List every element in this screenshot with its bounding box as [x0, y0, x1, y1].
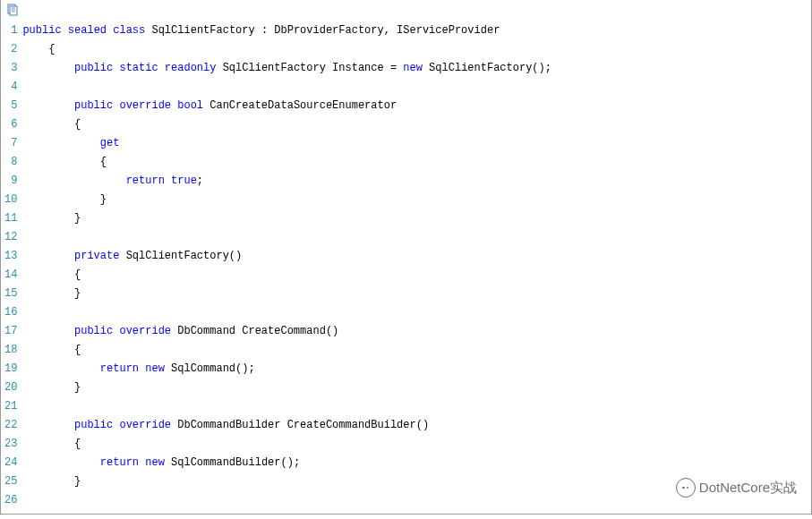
- code-line: {: [22, 40, 811, 59]
- copy-icon[interactable]: [6, 4, 19, 16]
- line-number: 26: [4, 491, 17, 510]
- code-line: public override bool CanCreateDataSource…: [22, 97, 811, 115]
- line-number: 9: [4, 172, 17, 191]
- code-line: [22, 228, 811, 247]
- code-line: private SqlClientFactory(): [22, 247, 811, 266]
- line-number: 12: [4, 228, 17, 247]
- line-number: 17: [4, 322, 17, 341]
- line-number: 19: [4, 360, 17, 379]
- code-viewer: 1234567891011121314151617181920212223242…: [0, 0, 812, 515]
- line-number: 16: [4, 303, 17, 322]
- line-number: 20: [4, 379, 17, 397]
- code-line: return new SqlCommandBuilder();: [22, 454, 811, 472]
- line-number: 22: [4, 416, 17, 435]
- code-line: [22, 303, 811, 322]
- line-number: 8: [4, 153, 17, 172]
- code-line: return true;: [22, 172, 811, 191]
- line-number: 14: [4, 266, 17, 285]
- line-number: 5: [4, 97, 17, 115]
- code-line: public static readonly SqlClientFactory …: [22, 59, 811, 78]
- code-line: {: [22, 115, 811, 134]
- code-line: {: [22, 266, 811, 285]
- code-area: 1234567891011121314151617181920212223242…: [1, 21, 811, 510]
- line-number: 11: [4, 209, 17, 228]
- svg-rect-1: [10, 6, 17, 15]
- line-number: 10: [4, 191, 17, 209]
- line-number: 4: [4, 78, 17, 97]
- code-line: {: [22, 435, 811, 454]
- code-line: {: [22, 341, 811, 360]
- code-line: return new SqlCommand();: [22, 360, 811, 379]
- code-content[interactable]: public sealed class SqlClientFactory : D…: [22, 21, 811, 510]
- line-number: 24: [4, 454, 17, 472]
- line-number: 15: [4, 285, 17, 303]
- line-number: 1: [4, 21, 17, 40]
- line-number: 6: [4, 115, 17, 134]
- line-number: 21: [4, 397, 17, 416]
- code-line: [22, 397, 811, 416]
- watermark: DotNetCore实战: [676, 478, 797, 498]
- line-number: 3: [4, 59, 17, 78]
- line-number-gutter: 1234567891011121314151617181920212223242…: [1, 21, 22, 510]
- code-line: {: [22, 153, 811, 172]
- code-line: }: [22, 379, 811, 397]
- code-line: get: [22, 134, 811, 153]
- watermark-text: DotNetCore实战: [699, 480, 797, 497]
- line-number: 18: [4, 341, 17, 360]
- code-line: public sealed class SqlClientFactory : D…: [22, 21, 811, 40]
- wechat-icon: [676, 478, 696, 498]
- line-number: 7: [4, 134, 17, 153]
- toolbar: [1, 0, 811, 21]
- code-line: public override DbCommand CreateCommand(…: [22, 322, 811, 341]
- line-number: 2: [4, 40, 17, 59]
- line-number: 25: [4, 472, 17, 491]
- code-line: }: [22, 285, 811, 303]
- code-line: }: [22, 191, 811, 209]
- code-line: [22, 78, 811, 97]
- line-number: 13: [4, 247, 17, 266]
- line-number: 23: [4, 435, 17, 454]
- code-line: public override DbCommandBuilder CreateC…: [22, 416, 811, 435]
- code-line: }: [22, 209, 811, 228]
